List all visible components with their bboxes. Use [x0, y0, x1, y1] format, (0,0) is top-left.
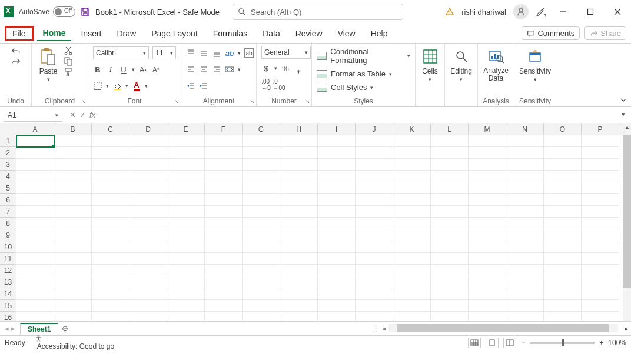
- align-bottom-button[interactable]: [212, 48, 221, 58]
- row-header[interactable]: 16: [0, 312, 16, 321]
- cell[interactable]: [431, 288, 469, 300]
- cell[interactable]: [129, 253, 167, 265]
- coming-soon-icon[interactable]: [536, 6, 546, 17]
- row-header[interactable]: 7: [0, 206, 16, 218]
- cell[interactable]: [393, 194, 431, 206]
- cell[interactable]: [318, 218, 356, 229]
- cell[interactable]: [129, 171, 167, 182]
- cell[interactable]: [582, 229, 619, 241]
- cell[interactable]: [506, 182, 544, 194]
- cell[interactable]: [544, 241, 582, 253]
- cell[interactable]: [92, 182, 129, 194]
- cell[interactable]: [431, 194, 469, 206]
- cell[interactable]: [469, 312, 506, 321]
- cell[interactable]: [431, 147, 469, 159]
- cell[interactable]: [582, 288, 619, 300]
- share-button[interactable]: Share: [584, 26, 626, 40]
- align-center-button[interactable]: [199, 65, 208, 74]
- cell[interactable]: [129, 276, 167, 288]
- cell[interactable]: [205, 300, 243, 312]
- cell[interactable]: [469, 171, 506, 182]
- cell[interactable]: [356, 206, 393, 218]
- cell[interactable]: [16, 206, 54, 218]
- row-header[interactable]: 8: [0, 218, 16, 229]
- cell[interactable]: [205, 253, 243, 265]
- cell[interactable]: [92, 276, 129, 288]
- cell[interactable]: [205, 276, 243, 288]
- underline-button[interactable]: U: [119, 65, 128, 74]
- cell[interactable]: [544, 300, 582, 312]
- cell[interactable]: [167, 312, 205, 321]
- number-format-select[interactable]: General▾: [261, 46, 311, 59]
- cell[interactable]: [280, 194, 318, 206]
- cell[interactable]: [129, 265, 167, 276]
- cell[interactable]: [469, 218, 506, 229]
- cell[interactable]: [54, 218, 92, 229]
- cell[interactable]: [16, 253, 54, 265]
- cell[interactable]: [280, 265, 318, 276]
- column-header[interactable]: F: [205, 123, 243, 135]
- cell[interactable]: [393, 159, 431, 171]
- cell[interactable]: [506, 171, 544, 182]
- cell[interactable]: [318, 159, 356, 171]
- increase-indent-button[interactable]: [199, 81, 208, 91]
- cell[interactable]: [167, 300, 205, 312]
- cell[interactable]: [356, 135, 393, 147]
- cell[interactable]: [469, 194, 506, 206]
- cell[interactable]: [318, 194, 356, 206]
- cell[interactable]: [393, 147, 431, 159]
- cell[interactable]: [243, 229, 280, 241]
- cell[interactable]: [506, 194, 544, 206]
- cell[interactable]: [243, 194, 280, 206]
- cell[interactable]: [205, 194, 243, 206]
- cell[interactable]: [393, 253, 431, 265]
- cell[interactable]: [469, 241, 506, 253]
- cell[interactable]: [280, 171, 318, 182]
- new-sheet-button[interactable]: ⊕: [58, 324, 71, 333]
- cell[interactable]: [582, 194, 619, 206]
- increase-font-button[interactable]: A▴: [138, 65, 148, 74]
- cell[interactable]: [356, 276, 393, 288]
- cell[interactable]: [506, 229, 544, 241]
- bold-button[interactable]: B: [93, 65, 102, 74]
- cell[interactable]: [280, 229, 318, 241]
- cell[interactable]: [243, 276, 280, 288]
- cell[interactable]: [356, 194, 393, 206]
- row-header[interactable]: 1: [0, 135, 16, 147]
- cell[interactable]: [92, 229, 129, 241]
- cell[interactable]: [54, 159, 92, 171]
- cell[interactable]: [205, 229, 243, 241]
- align-middle-button[interactable]: [199, 48, 208, 58]
- cell[interactable]: [92, 206, 129, 218]
- cell[interactable]: [393, 218, 431, 229]
- zoom-in-button[interactable]: +: [599, 339, 603, 347]
- cell[interactable]: [544, 218, 582, 229]
- undo-button[interactable]: [11, 46, 21, 55]
- close-button[interactable]: [607, 4, 627, 20]
- normal-view-button[interactable]: [468, 338, 481, 348]
- cell[interactable]: [54, 194, 92, 206]
- cell[interactable]: [356, 288, 393, 300]
- column-header[interactable]: G: [243, 123, 280, 135]
- cell[interactable]: [129, 147, 167, 159]
- cell[interactable]: [356, 229, 393, 241]
- sheet-scroll-handle[interactable]: ⋮ ◂: [372, 324, 386, 333]
- cell[interactable]: [54, 147, 92, 159]
- cell[interactable]: [318, 135, 356, 147]
- cell[interactable]: [16, 241, 54, 253]
- cell[interactable]: [318, 265, 356, 276]
- cell[interactable]: [431, 171, 469, 182]
- cell[interactable]: [129, 241, 167, 253]
- cell[interactable]: [356, 218, 393, 229]
- number-launcher-icon[interactable]: ↘: [305, 98, 310, 105]
- align-right-button[interactable]: [212, 65, 221, 74]
- cell[interactable]: [54, 276, 92, 288]
- fx-icon[interactable]: fx: [89, 111, 95, 119]
- sheet-prev-icon[interactable]: ◂: [5, 324, 9, 333]
- cell[interactable]: [167, 182, 205, 194]
- cell[interactable]: [544, 147, 582, 159]
- cell[interactable]: [280, 147, 318, 159]
- cell[interactable]: [129, 206, 167, 218]
- cell[interactable]: [129, 312, 167, 321]
- cell[interactable]: [54, 288, 92, 300]
